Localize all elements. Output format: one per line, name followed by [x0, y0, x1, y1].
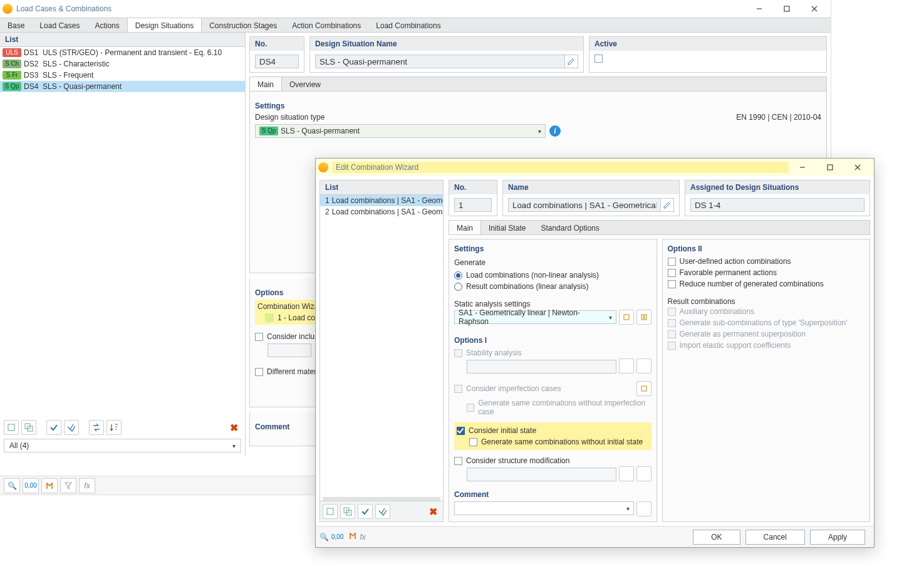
initial-state-label: Consider initial state — [469, 426, 536, 435]
wiz-check-all-button[interactable] — [375, 504, 390, 519]
wz-units-icon[interactable] — [348, 531, 357, 542]
badge: S Ch — [3, 60, 21, 68]
apply-button[interactable]: Apply — [810, 530, 865, 545]
list-item[interactable]: 1Load combinations | SA1 - Geometri — [320, 195, 443, 206]
app-icon — [3, 4, 13, 14]
list-item[interactable]: ULSDS1ULS (STR/GEO) - Permanent and tran… — [0, 47, 245, 58]
wiz-check-button[interactable] — [358, 504, 373, 519]
wz-tab-initial-state[interactable]: Initial State — [481, 221, 533, 234]
struct-edit-icon[interactable] — [636, 466, 651, 481]
list-item[interactable]: S QpDS4SLS - Quasi-permanent — [0, 81, 245, 92]
info-icon[interactable]: i — [549, 125, 561, 137]
subtab-overview[interactable]: Overview — [282, 77, 328, 91]
ok-button[interactable]: OK — [693, 530, 740, 545]
subcomb-checkbox — [668, 319, 676, 327]
check-button[interactable] — [46, 420, 61, 435]
wizard-right-panel: No. Name Assigned to Design Situations M… — [449, 180, 870, 522]
no-input[interactable] — [255, 55, 299, 68]
ds-name: SLS - Quasi-permanent — [43, 82, 242, 91]
load-combinations-radio[interactable] — [454, 271, 462, 280]
wz-tab-main[interactable]: Main — [449, 221, 481, 234]
list-item[interactable]: 2Load combinations | SA1 - Geometri — [320, 206, 443, 217]
decimals-tool-icon[interactable]: 0,00 — [23, 478, 39, 493]
wz-assigned-input[interactable] — [690, 198, 864, 212]
sas-edit-icon[interactable] — [636, 310, 651, 325]
tab-construction-stages[interactable]: Construction Stages — [202, 18, 284, 32]
maximize-button[interactable] — [773, 0, 801, 18]
consider-inclusive-label: Consider inclusi — [267, 332, 320, 341]
result-combinations-radio[interactable] — [454, 283, 462, 291]
wz-rename-icon[interactable] — [660, 198, 674, 212]
tab-load-cases[interactable]: Load Cases — [32, 18, 87, 32]
filter-combo[interactable]: All (4) — [4, 439, 241, 453]
tab-base[interactable]: Base — [0, 18, 32, 32]
svg-rect-4 — [828, 165, 833, 170]
elastic-checkbox — [668, 342, 676, 350]
wizard-status-bar: 🔍 0,00 fx OK Cancel Apply — [316, 526, 874, 547]
wiz-maximize-button[interactable] — [816, 159, 844, 176]
name-input[interactable] — [315, 55, 565, 68]
active-checkbox[interactable] — [594, 55, 603, 63]
result-combinations-label: Result combinations (linear analysis) — [466, 282, 588, 291]
wizard-list[interactable]: 1Load combinations | SA1 - Geometri2Load… — [320, 195, 443, 497]
structure-mod-label: Consider structure modification — [466, 456, 569, 465]
consider-inclusive-checkbox[interactable] — [255, 333, 263, 341]
wz-comment-combo[interactable] — [454, 501, 634, 515]
wz-name-input[interactable] — [508, 198, 661, 212]
wz-no-input[interactable] — [454, 198, 492, 212]
imperfection-edit-icon[interactable] — [636, 381, 651, 396]
structure-mod-checkbox[interactable] — [454, 457, 462, 465]
check-all-button[interactable] — [64, 420, 79, 435]
wz-script-icon[interactable]: fx — [360, 533, 365, 542]
ds-type-label: Design situation type — [255, 113, 736, 122]
no-field: No. — [249, 36, 304, 73]
script-tool-icon[interactable]: fx — [79, 478, 95, 493]
ds-type-combo[interactable]: S Qp SLS - Quasi-permanent ▾ — [255, 124, 546, 138]
tab-actions[interactable]: Actions — [87, 18, 127, 32]
wiz-copy-button[interactable] — [340, 504, 355, 519]
subtab-main[interactable]: Main — [250, 77, 282, 91]
sas-combo[interactable]: SA1 - Geometrically linear | Newton-Raph… — [454, 310, 616, 324]
design-situation-list[interactable]: ULSDS1ULS (STR/GEO) - Permanent and tran… — [0, 47, 245, 417]
tab-action-combinations[interactable]: Action Combinations — [284, 18, 368, 32]
tab-load-combinations[interactable]: Load Combinations — [368, 18, 448, 32]
wz-tab-standard-options[interactable]: Standard Options — [533, 221, 606, 234]
reduce-checkbox[interactable] — [668, 280, 676, 288]
new-item-button[interactable] — [4, 420, 19, 435]
wz-comment-edit-icon[interactable] — [636, 501, 651, 516]
wiz-delete-icon[interactable]: ✖ — [425, 506, 440, 518]
sort-button[interactable] — [106, 420, 122, 435]
wiz-new-button[interactable] — [323, 504, 338, 519]
close-button[interactable] — [801, 0, 828, 18]
sas-new-icon[interactable] — [619, 310, 634, 325]
favorable-checkbox[interactable] — [668, 269, 676, 277]
wiz-minimize-button[interactable] — [789, 159, 816, 176]
minimize-button[interactable] — [745, 0, 773, 18]
struct-new-icon[interactable] — [619, 466, 634, 481]
copy-item-button[interactable] — [21, 420, 36, 435]
wz-search-icon[interactable]: 🔍 — [319, 533, 329, 542]
cancel-button[interactable]: Cancel — [745, 530, 805, 545]
swap-button[interactable] — [89, 420, 104, 435]
wz-name-label: Name — [503, 181, 679, 194]
cw-color-swatch — [265, 313, 274, 322]
svg-rect-5 — [327, 508, 333, 515]
ds-name: SLS - Characteristic — [43, 60, 242, 68]
sas-value: SA1 - Geometrically linear | Newton-Raph… — [459, 308, 609, 326]
wizard-titlebar: Edit Combination Wizard — [316, 159, 874, 176]
wiz-close-button[interactable] — [844, 159, 871, 176]
user-defined-checkbox[interactable] — [668, 258, 676, 266]
delete-icon[interactable]: ✖ — [226, 422, 241, 434]
tab-design-situations[interactable]: Design Situations — [127, 18, 202, 32]
different-material-checkbox[interactable] — [255, 368, 263, 376]
initial-state-sub-checkbox[interactable] — [469, 438, 477, 446]
rename-icon[interactable] — [564, 55, 578, 68]
filter-tool-icon[interactable] — [60, 478, 76, 493]
initial-state-sub-label: Generate same combinations without initi… — [481, 437, 643, 446]
list-item[interactable]: S FrDS3SLS - Frequent — [0, 70, 245, 81]
list-item[interactable]: S ChDS2SLS - Characteristic — [0, 58, 245, 70]
search-tool-icon[interactable]: 🔍 — [4, 478, 20, 493]
wz-decimals-icon[interactable]: 0,00 — [331, 533, 343, 540]
units-tool-icon[interactable] — [41, 478, 58, 493]
initial-state-checkbox[interactable] — [457, 427, 465, 435]
